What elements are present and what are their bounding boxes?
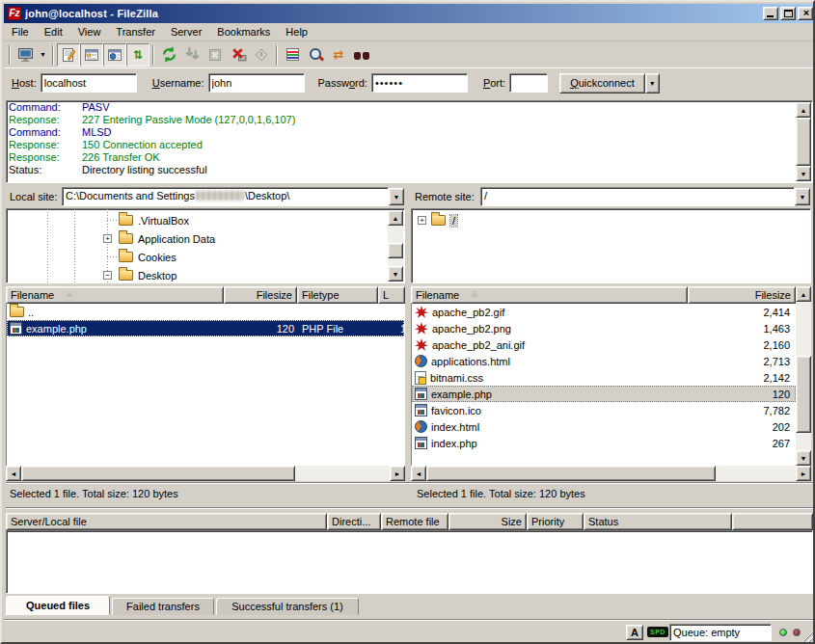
file-row-example-php[interactable]: example.php 120 PHP File 1 bbox=[7, 320, 404, 336]
queue-column-server-local-file[interactable]: Server/Local file bbox=[6, 513, 327, 530]
combo-dropdown-icon[interactable]: ▼ bbox=[389, 188, 404, 205]
site-manager-dropdown-button[interactable]: ▼ bbox=[37, 43, 49, 67]
scroll-down-icon[interactable]: ▼ bbox=[796, 166, 811, 181]
transfer-queue-list[interactable] bbox=[6, 530, 813, 594]
file-row[interactable]: favicon.ico 7,782 bbox=[412, 402, 796, 418]
scrollbar-thumb[interactable] bbox=[426, 466, 716, 481]
tree-item-desktop[interactable]: Desktop bbox=[119, 267, 177, 283]
tree-item-cookies[interactable]: Cookies bbox=[119, 249, 177, 265]
scroll-left-icon[interactable]: ◄ bbox=[411, 466, 426, 481]
synchronized-browsing-button[interactable]: ⇄ bbox=[327, 43, 350, 67]
resize-grip[interactable] bbox=[801, 630, 813, 642]
file-row[interactable]: index.php 267 bbox=[412, 435, 796, 451]
queue-column-direction[interactable]: Directi... bbox=[327, 513, 381, 530]
queue-column-size[interactable]: Size bbox=[448, 513, 527, 530]
scroll-up-icon[interactable]: ▲ bbox=[796, 102, 811, 118]
site-manager-button[interactable] bbox=[14, 43, 37, 67]
local-hscrollbar[interactable]: ◄ ► bbox=[6, 466, 405, 481]
file-row-parent-dir[interactable]: .. bbox=[7, 304, 404, 320]
password-input[interactable] bbox=[371, 73, 468, 93]
remote-hscrollbar[interactable]: ◄ ► bbox=[411, 466, 811, 481]
close-button[interactable]: × bbox=[798, 7, 813, 20]
remote-column-filename[interactable]: Filename bbox=[411, 286, 688, 304]
scrollbar-thumb[interactable] bbox=[21, 466, 295, 481]
menu-item-bookmarks[interactable]: Bookmarks bbox=[209, 24, 278, 40]
scroll-right-icon[interactable]: ► bbox=[796, 466, 811, 481]
menu-item-help[interactable]: Help bbox=[278, 24, 315, 40]
filter-button[interactable] bbox=[281, 43, 304, 67]
tree-item-application-data[interactable]: Application Data bbox=[119, 230, 215, 247]
file-row[interactable]: apache_pb2.png 1,463 bbox=[412, 320, 796, 336]
toggle-message-log-button[interactable] bbox=[57, 43, 80, 67]
maximize-button[interactable] bbox=[780, 7, 796, 20]
file-row[interactable]: apache_pb2_ani.gif 2,160 bbox=[412, 336, 796, 353]
find-files-button[interactable] bbox=[350, 43, 373, 67]
local-column-filesize[interactable]: Filesize bbox=[224, 286, 297, 304]
menu-item-server[interactable]: Server bbox=[163, 24, 209, 40]
process-queue-button[interactable] bbox=[180, 43, 204, 67]
expand-icon[interactable]: + bbox=[418, 216, 426, 225]
scrollbar-thumb[interactable] bbox=[796, 356, 811, 433]
directory-comparison-button[interactable] bbox=[304, 43, 327, 67]
scroll-down-icon[interactable]: ▼ bbox=[388, 266, 403, 282]
disconnect-button[interactable] bbox=[227, 43, 250, 67]
collapse-icon[interactable]: − bbox=[103, 271, 112, 280]
menu-item-file[interactable]: File bbox=[4, 24, 37, 40]
queue-column-remote-file[interactable]: Remote file bbox=[381, 513, 448, 530]
scrollbar-thumb[interactable] bbox=[796, 118, 811, 166]
refresh-button[interactable] bbox=[157, 43, 180, 67]
queue-column-priority[interactable]: Priority bbox=[527, 513, 584, 530]
speedlimit-indicator[interactable]: SPD bbox=[647, 627, 668, 637]
title-bar[interactable]: Fz john@localhost - FileZilla × bbox=[4, 4, 815, 23]
remote-list-scrollbar[interactable]: ▲ ▼ bbox=[796, 286, 811, 466]
username-input[interactable] bbox=[208, 73, 305, 93]
scroll-up-icon[interactable]: ▲ bbox=[388, 210, 403, 226]
cancel-operation-button[interactable] bbox=[204, 43, 227, 67]
combo-dropdown-icon[interactable]: ▼ bbox=[795, 188, 810, 205]
queue-column-blank[interactable] bbox=[732, 513, 813, 530]
scroll-right-icon[interactable]: ► bbox=[390, 466, 405, 481]
local-column-filename[interactable]: Filename bbox=[6, 286, 224, 304]
tree-item-root[interactable]: / bbox=[431, 212, 457, 228]
local-file-list[interactable]: .. example.php 120 PHP File 1 bbox=[6, 304, 405, 466]
toggle-transfer-queue-button[interactable]: ⇅ bbox=[126, 43, 149, 67]
local-site-combobox[interactable]: C:\Documents and Settings\Desktop\ ▼ bbox=[62, 187, 405, 206]
remote-site-combobox[interactable]: / ▼ bbox=[480, 187, 811, 206]
remote-file-list[interactable]: apache_pb2.gif 2,414 apache_pb2.png 1,46… bbox=[411, 304, 796, 466]
quickconnect-button[interactable]: Quickconnect bbox=[559, 73, 645, 94]
quickconnect-dropdown-button[interactable]: ▼ bbox=[645, 73, 660, 94]
abort-operation-button[interactable] bbox=[250, 43, 273, 67]
file-row-selected[interactable]: example.php 120 bbox=[412, 386, 796, 402]
file-row[interactable]: apache_pb2.gif 2,414 bbox=[412, 304, 796, 320]
datatype-indicator[interactable]: A bbox=[626, 625, 643, 640]
tab-queued-files[interactable]: Queued files bbox=[6, 596, 110, 615]
local-column-filetype[interactable]: Filetype bbox=[297, 286, 378, 304]
scroll-up-icon[interactable]: ▲ bbox=[796, 286, 811, 302]
tab-successful-transfers[interactable]: Successful transfers (1) bbox=[216, 598, 359, 615]
port-input[interactable] bbox=[509, 73, 548, 93]
menu-item-transfer[interactable]: Transfer bbox=[108, 24, 163, 40]
menu-item-edit[interactable]: Edit bbox=[37, 24, 70, 40]
toggle-local-tree-button[interactable] bbox=[80, 43, 103, 67]
minimize-button[interactable] bbox=[763, 7, 778, 20]
queue-column-status[interactable]: Status bbox=[584, 513, 732, 530]
tab-failed-transfers[interactable]: Failed transfers bbox=[112, 598, 214, 615]
host-input[interactable] bbox=[41, 73, 137, 93]
tree-item-virtualbox[interactable]: .VirtualBox bbox=[119, 212, 189, 228]
scroll-left-icon[interactable]: ◄ bbox=[6, 466, 21, 481]
menu-item-view[interactable]: View bbox=[70, 24, 109, 40]
local-directory-tree[interactable]: .VirtualBox + Application Data Cookies −… bbox=[6, 208, 405, 283]
remote-directory-tree[interactable]: + / bbox=[411, 208, 811, 283]
scrollbar-thumb[interactable] bbox=[388, 243, 403, 258]
expand-icon[interactable]: + bbox=[103, 234, 112, 243]
remote-column-filesize[interactable]: Filesize bbox=[688, 286, 796, 304]
file-row[interactable]: index.html 202 bbox=[412, 418, 796, 435]
log-scrollbar[interactable]: ▲ ▼ bbox=[796, 102, 811, 181]
file-row[interactable]: applications.html 2,713 bbox=[412, 353, 796, 369]
local-tree-scrollbar[interactable]: ▲ ▼ bbox=[388, 210, 403, 282]
file-row[interactable]: bitnami.css 2,142 bbox=[412, 369, 796, 386]
message-log[interactable]: Command:PASV Response:227 Entering Passi… bbox=[6, 100, 813, 183]
toggle-remote-tree-button[interactable] bbox=[103, 43, 126, 67]
local-column-lastmodified[interactable]: L bbox=[378, 286, 405, 304]
scroll-down-icon[interactable]: ▼ bbox=[796, 450, 811, 466]
